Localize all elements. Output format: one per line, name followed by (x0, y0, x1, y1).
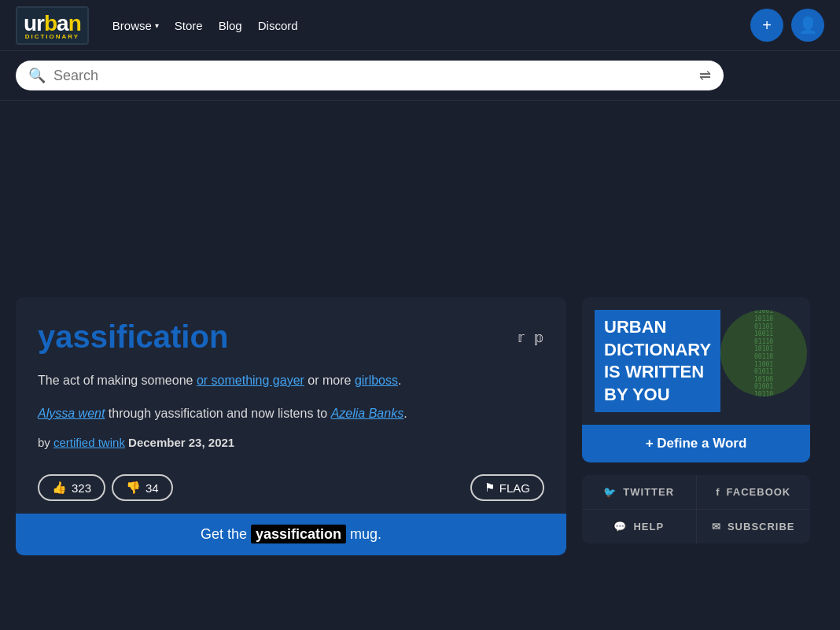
search-input[interactable] (53, 68, 699, 84)
logo[interactable]: urBaN DICTIONARY (16, 6, 89, 45)
definition-card: yassification 𝕣 𝕡 The act of making some… (16, 297, 566, 556)
chevron-down-icon: ▾ (155, 21, 159, 30)
nav-blog[interactable]: Blog (219, 19, 242, 32)
nav-discord[interactable]: Discord (258, 19, 298, 32)
chat-icon: 💬 (613, 521, 627, 532)
user-icon: 👤 (798, 16, 818, 35)
vote-row: 👍 323 👎 34 ⚑ FLAG (38, 465, 544, 514)
sidebar: URBAN DICTIONARY IS WRITTEN BY YOU 01001… (582, 297, 810, 556)
help-link[interactable]: 💬 HELP (582, 510, 696, 543)
sidebar-promo: URBAN DICTIONARY IS WRITTEN BY YOU 01001… (582, 297, 810, 425)
word-header: yassification 𝕣 𝕡 (38, 319, 544, 355)
example-link-1[interactable]: Alyssa went (38, 407, 105, 420)
thumbs-up-icon: 👍 (52, 481, 67, 495)
sidebar-promo-card: URBAN DICTIONARY IS WRITTEN BY YOU 01001… (582, 297, 810, 462)
author-link[interactable]: certified twink (53, 436, 125, 449)
logo-sub: DICTIONARY (24, 33, 81, 40)
definition-text: The act of making someone or something g… (38, 370, 544, 391)
upvote-button[interactable]: 👍 323 (38, 474, 105, 501)
main-nav: Browse ▾ Store Blog Discord (112, 19, 750, 32)
matrix-pattern: 0100110110011011001101110101010011011001… (748, 310, 779, 396)
search-icon: 🔍 (28, 67, 46, 84)
search-bar: 🔍 ⇌ (16, 61, 724, 90)
example-text: Alyssa went through yassification and no… (38, 403, 544, 424)
promo-text-block: URBAN DICTIONARY IS WRITTEN BY YOU (595, 310, 720, 412)
flag-icon: ⚑ (484, 481, 495, 495)
thumbs-down-icon: 👎 (126, 481, 141, 495)
facebook-link[interactable]: f FACEBOOK (697, 475, 811, 509)
search-bar-section: 🔍 ⇌ (0, 51, 840, 101)
sidebar-links-card: 🐦 TWITTER f FACEBOOK 💬 HELP ✉ SUBSCRIBE (582, 475, 810, 543)
promo-text: URBAN DICTIONARY IS WRITTEN BY YOU (595, 310, 720, 412)
twitter-icon: 🐦 (603, 486, 617, 498)
nav-store[interactable]: Store (175, 19, 203, 32)
main-content: yassification 𝕣 𝕡 The act of making some… (0, 297, 840, 572)
facebook-icon: f (716, 486, 720, 498)
nav-browse[interactable]: Browse ▾ (112, 19, 159, 32)
word-title: yassification (38, 319, 228, 355)
sidebar-links: 🐦 TWITTER f FACEBOOK 💬 HELP ✉ SUBSCRIBE (582, 475, 810, 543)
definition-link-1[interactable]: or something gayer (197, 374, 304, 387)
downvote-button[interactable]: 👎 34 (112, 474, 173, 501)
mug-word: yassification (251, 525, 346, 543)
vote-buttons: 👍 323 👎 34 (38, 474, 173, 501)
mail-icon: ✉ (712, 521, 721, 532)
facebook-share-icon[interactable]: 𝕡 (534, 329, 544, 346)
promo-image: 0100110110011011001101110101010011011001… (720, 310, 807, 396)
define-word-button[interactable]: + Define a Word (582, 425, 810, 462)
ad-banner (0, 101, 840, 297)
author-line: by certified twink December 23, 2021 (38, 436, 544, 449)
twitter-share-icon[interactable]: 𝕣 (518, 329, 525, 346)
twitter-link[interactable]: 🐦 TWITTER (582, 475, 696, 509)
flag-button[interactable]: ⚑ FLAG (470, 474, 544, 501)
logo-text: urBaN (24, 11, 81, 35)
definition-link-2[interactable]: girlboss (355, 374, 398, 387)
mug-banner[interactable]: Get the yassification mug. (16, 514, 566, 555)
shuffle-icon[interactable]: ⇌ (699, 67, 711, 84)
add-definition-button[interactable]: + (750, 9, 783, 42)
header: urBaN DICTIONARY Browse ▾ Store Blog Dis… (0, 0, 840, 51)
social-share-icons: 𝕣 𝕡 (518, 329, 544, 346)
header-actions: + 👤 (750, 9, 824, 42)
subscribe-link[interactable]: ✉ SUBSCRIBE (697, 510, 811, 543)
user-account-button[interactable]: 👤 (791, 9, 824, 42)
example-link-2[interactable]: Azelia Banks (331, 407, 404, 420)
